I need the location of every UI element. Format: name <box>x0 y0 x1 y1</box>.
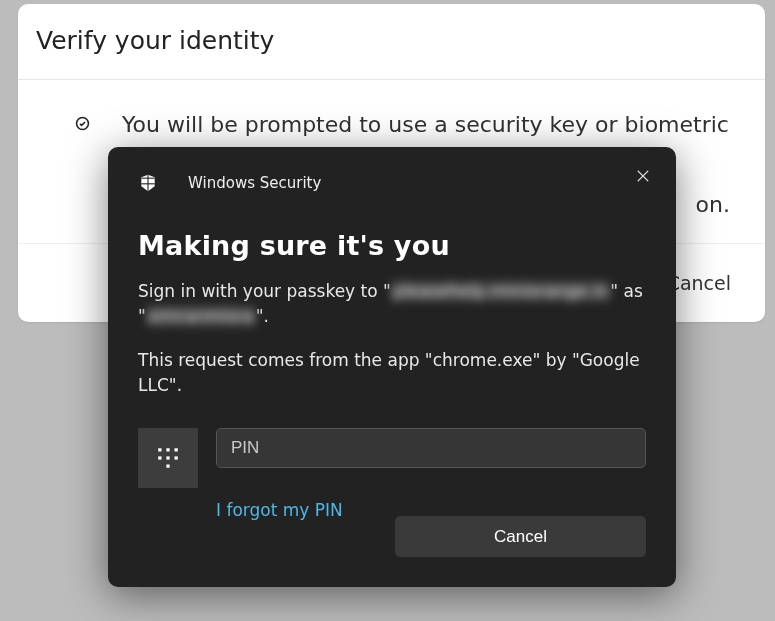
dialog-cancel-button[interactable]: Cancel <box>395 516 646 557</box>
dialog-header: Windows Security <box>138 165 646 201</box>
passkey-signin-text: Sign in with your passkey to "pleasehelp… <box>138 279 646 328</box>
svg-rect-6 <box>158 448 161 451</box>
dialog-app-title: Windows Security <box>188 174 321 192</box>
svg-rect-11 <box>175 456 178 459</box>
close-button[interactable] <box>629 162 657 190</box>
svg-rect-9 <box>158 456 161 459</box>
cancel-link[interactable]: Cancel <box>667 272 731 294</box>
page-title: Verify your identity <box>36 26 747 55</box>
blurred-username: simranmisra <box>146 306 256 326</box>
pin-keypad-icon <box>138 428 198 488</box>
blurred-domain: pleasehelp.miniorange.in <box>391 281 610 301</box>
pin-row <box>138 428 646 488</box>
dialog-heading: Making sure it's you <box>138 230 646 261</box>
shield-icon <box>138 173 158 193</box>
check-circle-icon <box>75 116 90 131</box>
svg-rect-8 <box>175 448 178 451</box>
dialog-footer: Cancel <box>138 516 646 557</box>
svg-rect-12 <box>166 464 169 467</box>
svg-rect-10 <box>166 456 169 459</box>
request-source-text: This request comes from the app "chrome.… <box>138 348 646 397</box>
windows-security-dialog: Windows Security Making sure it's you Si… <box>108 147 676 587</box>
svg-rect-7 <box>166 448 169 451</box>
card-header: Verify your identity <box>18 4 765 80</box>
pin-input[interactable] <box>216 428 646 468</box>
